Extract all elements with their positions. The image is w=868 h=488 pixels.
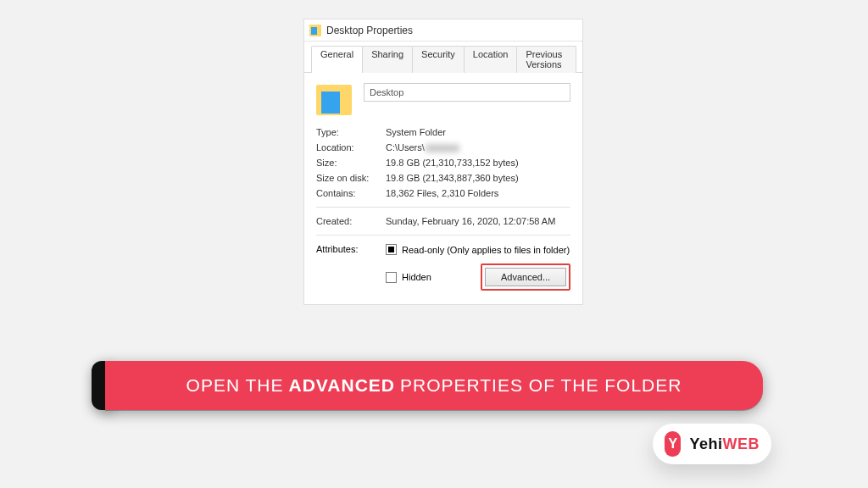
tab-sharing[interactable]: Sharing	[362, 46, 413, 73]
banner-text-pre: OPEN THE	[186, 375, 284, 396]
checkbox-readonly[interactable]	[386, 244, 397, 255]
titlebar[interactable]: Desktop Properties	[304, 19, 582, 42]
value-size-on-disk: 19.8 GB (21,343,887,360 bytes)	[386, 173, 570, 183]
label-attributes: Attributes:	[316, 244, 382, 254]
banner-text-bold: ADVANCED	[289, 375, 395, 396]
label-readonly: Read-only (Only applies to files in fold…	[402, 245, 570, 255]
properties-window: Desktop Properties General Sharing Secur…	[303, 19, 583, 305]
advanced-button[interactable]: Advanced...	[485, 268, 566, 286]
label-size-on-disk: Size on disk:	[316, 173, 382, 183]
value-created: Sunday, February 16, 2020, 12:07:58 AM	[386, 216, 570, 226]
label-hidden: Hidden	[402, 272, 431, 282]
value-contains: 18,362 Files, 2,310 Folders	[386, 188, 570, 198]
tab-security[interactable]: Security	[412, 46, 465, 73]
folder-large-icon	[316, 85, 352, 115]
redacted-username	[426, 144, 459, 152]
label-contains: Contains:	[316, 188, 382, 198]
divider	[316, 207, 570, 208]
label-location: Location:	[316, 142, 382, 152]
label-created: Created:	[316, 216, 382, 226]
tab-strip: General Sharing Security Location Previo…	[304, 42, 582, 73]
window-title: Desktop Properties	[326, 25, 413, 36]
brand-badge: Y YehiWEB	[653, 424, 771, 464]
tab-previous-versions[interactable]: Previous Versions	[516, 46, 576, 73]
value-location: C:\Users\	[386, 142, 570, 152]
checkbox-hidden[interactable]	[386, 272, 397, 283]
value-size: 19.8 GB (21,310,733,152 bytes)	[386, 158, 570, 168]
instruction-banner: OPEN THE ADVANCED PROPERTIES OF THE FOLD…	[105, 361, 763, 410]
banner-text-post: PROPERTIES OF THE FOLDER	[400, 375, 682, 396]
highlight-advanced: Advanced...	[481, 263, 570, 291]
tab-pane-general: Type: System Folder Location: C:\Users\ …	[304, 73, 582, 304]
divider	[316, 235, 570, 236]
brand-text: YehiWEB	[689, 435, 760, 453]
value-type: System Folder	[386, 127, 570, 137]
label-type: Type:	[316, 127, 382, 137]
tab-location[interactable]: Location	[464, 46, 518, 73]
label-size: Size:	[316, 158, 382, 168]
tab-general[interactable]: General	[311, 46, 363, 73]
folder-name-input[interactable]	[364, 83, 570, 102]
brand-mark-icon: Y	[665, 431, 681, 457]
folder-icon	[309, 25, 321, 36]
